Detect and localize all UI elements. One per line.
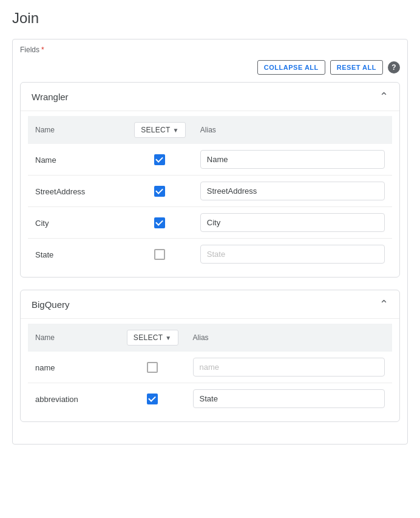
fields-label: Fields * [20, 46, 400, 54]
checkbox-cell [120, 383, 186, 415]
help-icon[interactable]: ? [388, 61, 400, 73]
field-name-cell: State [28, 239, 127, 270]
alias-input[interactable] [200, 213, 385, 232]
bigquery-name-col-header: Name [28, 324, 120, 352]
field-name-text: StreetAddress [35, 187, 85, 196]
alias-input[interactable] [200, 182, 385, 200]
page-title: Join [12, 10, 408, 27]
field-name-text: abbreviation [35, 395, 78, 404]
wrangler-card-title: Wrangler [32, 92, 69, 102]
wrangler-card: Wrangler ⌃ Name SELECT ▼ Alias [20, 82, 400, 278]
reset-all-button[interactable]: RESET ALL [330, 60, 383, 75]
checkbox-cell [127, 144, 193, 176]
alias-cell [193, 144, 392, 176]
field-checkbox[interactable] [147, 362, 158, 373]
wrangler-name-col-header: Name [28, 116, 127, 144]
field-name-cell: City [28, 207, 127, 239]
bigquery-table-container: Name SELECT ▼ Alias nameabbreviation [21, 319, 399, 421]
bigquery-collapse-icon[interactable]: ⌃ [379, 299, 388, 310]
field-checkbox[interactable] [154, 154, 165, 165]
bigquery-card-title: BigQuery [32, 299, 70, 310]
table-row: Name [28, 144, 392, 176]
checkbox-cell [127, 239, 193, 270]
table-row: State [28, 239, 392, 270]
wrangler-table-body: NameStreetAddressCityState [28, 144, 392, 270]
bigquery-alias-col-header: Alias [186, 324, 392, 352]
wrangler-alias-col-header: Alias [193, 116, 392, 144]
alias-input[interactable] [200, 150, 385, 169]
table-row: StreetAddress [28, 176, 392, 207]
field-name-text: City [35, 219, 49, 228]
field-checkbox[interactable] [154, 186, 165, 197]
wrangler-collapse-icon[interactable]: ⌃ [379, 91, 388, 102]
bigquery-select-col-header: SELECT ▼ [120, 324, 186, 352]
bigquery-table-header-row: Name SELECT ▼ Alias [28, 324, 392, 352]
alias-cell [193, 207, 392, 239]
checkbox-cell [127, 176, 193, 207]
alias-cell [186, 383, 392, 415]
alias-input[interactable] [193, 358, 385, 377]
fields-section: Fields * COLLAPSE ALL RESET ALL ? Wrangl… [12, 39, 408, 445]
toolbar: COLLAPSE ALL RESET ALL ? [20, 60, 400, 75]
field-name-text: State [35, 250, 53, 259]
wrangler-table: Name SELECT ▼ Alias NameStreetAddressCit… [28, 116, 392, 270]
field-name-cell: abbreviation [28, 383, 120, 415]
checkbox-cell [120, 352, 186, 383]
wrangler-select-button[interactable]: SELECT ▼ [134, 122, 186, 138]
wrangler-select-arrow-icon: ▼ [173, 127, 179, 134]
alias-input[interactable] [193, 389, 385, 408]
checkbox-cell [127, 207, 193, 239]
wrangler-table-header-row: Name SELECT ▼ Alias [28, 116, 392, 144]
alias-cell [186, 352, 392, 383]
bigquery-card-header: BigQuery ⌃ [21, 290, 399, 319]
field-name-cell: Name [28, 144, 127, 176]
collapse-all-button[interactable]: COLLAPSE ALL [257, 60, 325, 75]
alias-cell [193, 176, 392, 207]
table-row: name [28, 352, 392, 383]
table-row: abbreviation [28, 383, 392, 415]
field-checkbox[interactable] [147, 394, 158, 404]
bigquery-table-body: nameabbreviation [28, 352, 392, 414]
wrangler-select-col-header: SELECT ▼ [127, 116, 193, 144]
bigquery-card: BigQuery ⌃ Name SELECT ▼ Alias [20, 290, 400, 422]
bigquery-select-arrow-icon: ▼ [165, 335, 171, 341]
table-row: City [28, 207, 392, 239]
alias-input[interactable] [200, 245, 385, 264]
field-name-text: name [35, 363, 55, 372]
field-name-text: Name [35, 155, 56, 165]
bigquery-table: Name SELECT ▼ Alias nameabbreviation [28, 324, 392, 414]
wrangler-table-container: Name SELECT ▼ Alias NameStreetAddressCit… [21, 111, 399, 277]
field-checkbox[interactable] [154, 249, 165, 260]
field-checkbox[interactable] [154, 217, 165, 228]
wrangler-card-header: Wrangler ⌃ [21, 83, 399, 111]
field-name-cell: name [28, 352, 120, 383]
alias-cell [193, 239, 392, 270]
field-name-cell: StreetAddress [28, 176, 127, 207]
bigquery-select-button[interactable]: SELECT ▼ [127, 330, 178, 346]
